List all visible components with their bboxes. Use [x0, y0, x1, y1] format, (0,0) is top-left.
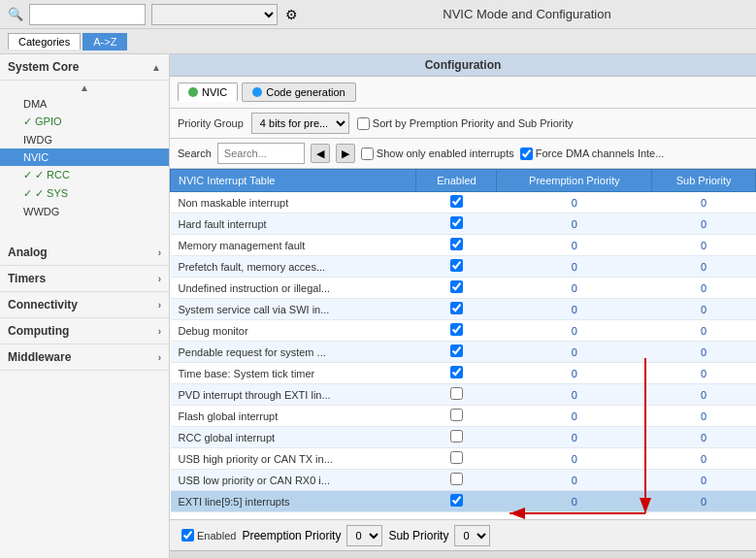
enabled-cell[interactable] [416, 299, 497, 320]
enabled-checkbox[interactable] [450, 280, 463, 293]
interrupt-name: Flash global interrupt [171, 406, 416, 427]
enabled-checkbox[interactable] [450, 451, 463, 464]
sidebar-item-dma[interactable]: DMA [0, 95, 169, 113]
search-icon: 🔍 [8, 7, 23, 21]
page-title: NVIC Mode and Configuration [306, 7, 748, 21]
code-gen-tab-dot [252, 87, 262, 97]
table-container: NVIC Interrupt Table Enabled Preemption … [170, 169, 756, 519]
table-row[interactable]: PVD interrupt through EXTI lin...00 [171, 384, 756, 406]
sidebar-item-iwdg[interactable]: IWDG [0, 131, 169, 148]
top-combo[interactable] [151, 4, 278, 25]
table-row[interactable]: System service call via SWI in...00 [171, 299, 756, 320]
enabled-cell[interactable] [416, 256, 497, 278]
table-row[interactable]: RCC global interrupt00 [171, 427, 756, 448]
enabled-checkbox[interactable] [450, 216, 463, 229]
enabled-checkbox[interactable] [450, 195, 463, 208]
sub-priority-cell: 0 [652, 406, 756, 427]
enabled-cell[interactable] [416, 491, 497, 512]
table-row[interactable]: Flash global interrupt00 [171, 406, 756, 427]
table-row[interactable]: Debug monitor00 [171, 320, 756, 342]
table-row[interactable]: EXTI line[9:5] interrupts00 [171, 491, 756, 512]
table-row[interactable]: Non maskable interrupt00 [171, 192, 756, 213]
enabled-checkbox[interactable] [450, 366, 463, 378]
tab-code-gen[interactable]: Code generation [242, 82, 355, 102]
chevron-right-icon-timers: › [158, 274, 161, 284]
search-prev-button[interactable]: ◀ [311, 144, 330, 163]
interrupt-name: USB high priority or CAN TX in... [171, 448, 416, 470]
enabled-cell[interactable] [416, 213, 497, 235]
table-row[interactable]: Pendable request for system ...00 [171, 342, 756, 363]
tab-nvic[interactable]: NVIC [178, 82, 238, 102]
interrupt-name: Non maskable interrupt [171, 192, 416, 213]
sidebar-item-wwdg[interactable]: WWDG [0, 203, 169, 220]
enabled-cell[interactable] [416, 235, 497, 256]
sub-priority-cell: 0 [652, 427, 756, 448]
sidebar-section-timers: Timers › [0, 266, 169, 292]
search-input[interactable] [217, 143, 305, 164]
table-row[interactable]: Undefined instruction or illegal...00 [171, 278, 756, 299]
enabled-cell[interactable] [416, 342, 497, 363]
horizontal-scrollbar[interactable] [170, 550, 756, 558]
interrupt-name: Pendable request for system ... [171, 342, 416, 363]
interrupt-name: EXTI line[9:5] interrupts [171, 491, 416, 512]
enabled-cell[interactable] [416, 470, 497, 491]
enabled-checkbox[interactable] [450, 387, 463, 400]
bottom-enabled-checkbox[interactable] [181, 529, 194, 542]
enabled-cell[interactable] [416, 363, 497, 384]
force-dma-checkbox[interactable] [520, 148, 533, 160]
enabled-cell[interactable] [416, 384, 497, 406]
enabled-checkbox[interactable] [450, 345, 463, 357]
table-row[interactable]: USB high priority or CAN TX in...00 [171, 448, 756, 470]
enabled-checkbox[interactable] [450, 494, 463, 507]
sidebar-item-nvic[interactable]: NVIC [0, 148, 169, 166]
enabled-cell[interactable] [416, 406, 497, 427]
enabled-cell[interactable] [416, 427, 497, 448]
sidebar-item-sys[interactable]: ✓ SYS [0, 184, 169, 203]
sidebar-section-header-system-core[interactable]: System Core ▲ [0, 54, 169, 81]
table-row[interactable]: Hard fault interrupt00 [171, 213, 756, 235]
sidebar-item-rcc[interactable]: ✓ RCC [0, 166, 169, 184]
enabled-checkbox[interactable] [450, 302, 463, 314]
sub-priority-cell: 0 [652, 235, 756, 256]
table-row[interactable]: Time base: System tick timer00 [171, 363, 756, 384]
enabled-checkbox[interactable] [450, 323, 463, 336]
sidebar-section-header-timers[interactable]: Timers › [0, 266, 169, 292]
bottom-preemption-label: Preemption Priority [242, 529, 341, 542]
sidebar-section-header-connectivity[interactable]: Connectivity › [0, 292, 169, 318]
table-row[interactable]: USB low priority or CAN RX0 i...00 [171, 470, 756, 491]
bottom-sub-priority-select[interactable]: 0 [454, 525, 490, 546]
preemption-cell: 0 [497, 384, 652, 406]
enabled-checkbox[interactable] [450, 259, 463, 272]
sort-checkbox[interactable] [357, 117, 370, 130]
sidebar-analog-label: Analog [8, 246, 48, 259]
gear-button[interactable]: ⚙ [283, 7, 300, 22]
show-enabled-checkbox[interactable] [361, 148, 374, 160]
table-row[interactable]: Memory management fault00 [171, 235, 756, 256]
enabled-cell[interactable] [416, 320, 497, 342]
top-search-input[interactable] [29, 4, 146, 25]
enabled-checkbox[interactable] [450, 473, 463, 485]
sidebar-item-gpio[interactable]: GPIO [0, 113, 169, 131]
sub-priority-cell: 0 [652, 213, 756, 235]
interrupt-name: USB low priority or CAN RX0 i... [171, 470, 416, 491]
enabled-cell[interactable] [416, 448, 497, 470]
enabled-cell[interactable] [416, 192, 497, 213]
enabled-cell[interactable] [416, 278, 497, 299]
enabled-checkbox[interactable] [450, 430, 463, 443]
search-next-button[interactable]: ▶ [336, 144, 355, 163]
sidebar-section-header-analog[interactable]: Analog › [0, 240, 169, 266]
interrupt-name: Memory management fault [171, 235, 416, 256]
table-row[interactable]: Prefetch fault, memory acces...00 [171, 256, 756, 278]
tab-atoz[interactable]: A->Z [82, 33, 127, 50]
enabled-checkbox[interactable] [450, 238, 463, 250]
sub-priority-cell: 0 [652, 491, 756, 512]
sidebar-section-header-middleware[interactable]: Middleware › [0, 345, 169, 371]
interrupt-name: System service call via SWI in... [171, 299, 416, 320]
sidebar-section-header-computing[interactable]: Computing › [0, 318, 169, 345]
enabled-checkbox[interactable] [450, 409, 463, 421]
nvic-table: NVIC Interrupt Table Enabled Preemption … [170, 169, 756, 512]
bottom-preemption-select[interactable]: 0 [346, 525, 382, 546]
tab-categories[interactable]: Categories [8, 33, 81, 49]
sidebar-section-system-core: System Core ▲ ▲ DMA GPIO IWDG NVIC ✓ RCC… [0, 54, 169, 220]
priority-group-select[interactable]: 4 bits for pre... [251, 113, 349, 134]
